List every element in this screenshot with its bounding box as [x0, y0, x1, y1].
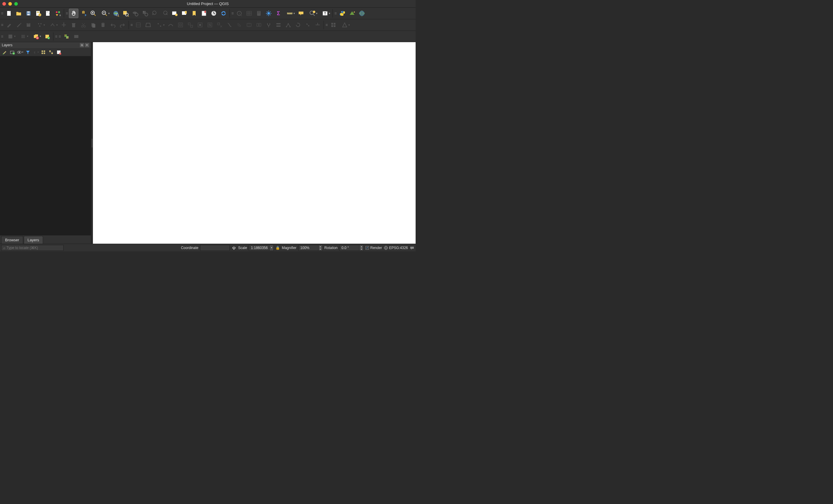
filter-by-expression-button: ε▼: [32, 49, 39, 56]
show-spatial-bookmarks-button[interactable]: [189, 8, 199, 18]
metasearch-button[interactable]: [357, 8, 366, 18]
filter-legend-button[interactable]: [24, 49, 31, 56]
processing-toolbox-button[interactable]: [264, 8, 273, 18]
new-map-view-button[interactable]: [170, 8, 179, 18]
toolbar-grip[interactable]: [1, 10, 3, 17]
panel-undock-button[interactable]: ⧉: [80, 43, 84, 47]
window-close-button[interactable]: [2, 2, 6, 6]
plugins-button[interactable]: [347, 8, 357, 18]
rotation-input[interactable]: 0.0 °: [339, 245, 359, 251]
toolbar-grip[interactable]: [66, 10, 68, 17]
new-project-button[interactable]: [4, 8, 14, 18]
toolbar-grip[interactable]: [1, 21, 3, 28]
svg-marker-139: [342, 23, 347, 27]
svg-rect-124: [277, 23, 281, 24]
georeferencer-button[interactable]: [62, 32, 71, 41]
magnifier-stepper[interactable]: ▲▼: [318, 245, 323, 251]
zoom-to-selection-button[interactable]: [121, 8, 130, 18]
pan-to-selection-button[interactable]: [79, 8, 88, 18]
toolbar-grip[interactable]: [335, 10, 337, 17]
window-zoom-button[interactable]: [14, 2, 18, 6]
svg-rect-155: [74, 35, 78, 38]
svg-rect-117: [218, 23, 220, 25]
paste-features-button: [98, 20, 108, 30]
svg-text:T: T: [324, 11, 326, 15]
zoom-full-button[interactable]: [111, 8, 121, 18]
zoom-out-button[interactable]: ▼: [98, 8, 111, 18]
select-features-button: ▼: [4, 32, 17, 41]
svg-point-58: [258, 14, 258, 14]
map-tips-button[interactable]: [296, 8, 306, 18]
refresh-button[interactable]: [219, 8, 228, 18]
select-all-button[interactable]: ✓: [43, 32, 52, 41]
svg-marker-13: [56, 14, 58, 16]
statistical-summary-button[interactable]: Σ: [274, 8, 283, 18]
svg-text:✓: ✓: [48, 37, 50, 39]
zoom-to-layer-button: [130, 8, 140, 18]
lock-scale-icon[interactable]: 🔒: [276, 246, 280, 250]
expand-all-button[interactable]: [40, 49, 47, 56]
save-project-button[interactable]: [24, 8, 33, 18]
svg-marker-50: [241, 15, 242, 16]
new-print-layout-button[interactable]: +: [33, 8, 43, 18]
coordinate-input[interactable]: [200, 245, 230, 251]
new-annotation-layer-button[interactable]: T▼: [319, 8, 331, 18]
magnifier-input[interactable]: 100%: [299, 245, 318, 251]
toolbar-grip[interactable]: [232, 10, 234, 17]
text-annotation-button[interactable]: ▼: [306, 8, 318, 18]
manage-visibility-button[interactable]: ▼: [17, 49, 24, 56]
svg-rect-108: [178, 23, 183, 27]
crs-label: EPSG:4326: [389, 246, 408, 250]
toggle-extents-icon[interactable]: [232, 245, 236, 250]
render-checkbox[interactable]: ✓ Render: [365, 246, 382, 250]
rotate-point-button: [293, 20, 303, 30]
messages-button[interactable]: [410, 245, 414, 250]
rotation-label: Rotation: [325, 246, 338, 250]
panel-close-button[interactable]: ✕: [85, 43, 89, 47]
svg-point-128: [289, 26, 291, 27]
deselect-all-button[interactable]: ▼: [30, 32, 42, 41]
svg-rect-4: [27, 14, 30, 16]
open-project-button[interactable]: [14, 8, 23, 18]
collapse-all-button[interactable]: [47, 49, 55, 56]
style-manager-button[interactable]: a: [53, 8, 63, 18]
scale-input[interactable]: 1:1860356: [249, 245, 269, 251]
layout-manager-button[interactable]: [43, 8, 53, 18]
python-console-button[interactable]: [337, 8, 347, 18]
svg-rect-167: [44, 52, 45, 54]
temporal-controller-button[interactable]: [209, 8, 218, 18]
tab-layers[interactable]: Layers: [24, 236, 43, 244]
pan-map-button[interactable]: [69, 8, 78, 18]
toolbar-grip[interactable]: [326, 21, 328, 28]
crs-button[interactable]: EPSG:4326: [384, 246, 408, 250]
scale-dropdown-button[interactable]: ▼: [269, 245, 274, 251]
add-group-button[interactable]: +: [9, 49, 16, 56]
svg-rect-166: [42, 52, 43, 54]
svg-line-78: [313, 14, 315, 16]
zoom-in-button[interactable]: [89, 8, 98, 18]
rotation-stepper[interactable]: ▲▼: [359, 245, 364, 251]
new-spatial-bookmark-button[interactable]: [180, 8, 189, 18]
locator-input[interactable]: [6, 246, 62, 250]
add-ring-button: [176, 20, 185, 30]
svg-line-66: [267, 11, 267, 12]
map-canvas[interactable]: [93, 42, 415, 244]
measure-button[interactable]: ▼: [284, 8, 296, 18]
toolbar-grip[interactable]: [1, 33, 3, 40]
window-minimize-button[interactable]: [8, 2, 12, 6]
toolbar-grip[interactable]: [59, 33, 61, 40]
undo-button: [108, 20, 118, 30]
open-layer-styling-button[interactable]: [1, 49, 8, 56]
show-bookmarks-dropdown-button[interactable]: [199, 8, 209, 18]
remove-layer-button[interactable]: [55, 49, 62, 56]
locator-bar[interactable]: ⌕: [1, 245, 64, 251]
add-feature-button: ▼: [33, 20, 46, 30]
layers-tree[interactable]: [0, 56, 91, 235]
tab-browser[interactable]: Browser: [1, 236, 23, 244]
scale-label: Scale: [238, 246, 247, 250]
toolbar-grip[interactable]: [130, 21, 133, 28]
svg-rect-102: [102, 23, 104, 23]
toolbar-grip[interactable]: [55, 33, 57, 40]
svg-rect-113: [199, 24, 201, 26]
svg-text:i: i: [239, 12, 240, 15]
